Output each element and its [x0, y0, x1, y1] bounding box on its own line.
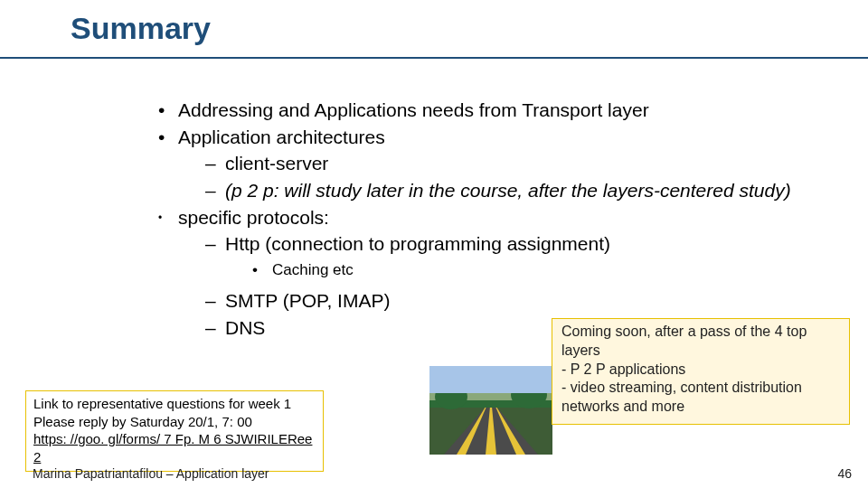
subsubbullet-caching: Caching etc [252, 260, 791, 281]
road-image [429, 366, 552, 455]
subbullet-http-label: Http (connection to programming assignme… [225, 233, 610, 254]
svg-rect-9 [429, 366, 552, 393]
note-left-link[interactable]: https: //goo. gl/forms/ 7 Fp. M 6 SJWIRI… [33, 430, 316, 465]
footer-author: Marina Papatriantafilou – Application la… [33, 466, 269, 481]
note-right-line3: - video streaming, content distribution … [561, 379, 840, 417]
page-number: 46 [837, 466, 852, 481]
note-coming-soon: Coming soon, after a pass of the 4 top l… [552, 318, 850, 425]
title-divider [0, 57, 868, 59]
bullet-architectures-label: Application architectures [178, 127, 385, 147]
note-left-line2: Please reply by Saturday 20/1, 7: 00 [33, 413, 316, 431]
subbullet-client-server: client-server [205, 151, 791, 176]
slide-title: Summary [71, 11, 211, 46]
subbullet-p2p: (p 2 p: will study later in the course, … [205, 178, 791, 203]
bullet-protocols-label: specific protocols: [178, 207, 329, 228]
note-questions-link: Link to representative questions for wee… [25, 390, 324, 472]
bullet-architectures: Application architectures client-server … [158, 125, 791, 203]
note-left-line1: Link to representative questions for wee… [33, 395, 316, 413]
note-right-line2: - P 2 P applications [561, 361, 840, 380]
bullet-addressing: Addressing and Applications needs from T… [158, 98, 791, 123]
content-area: Addressing and Applications needs from T… [158, 98, 791, 343]
note-right-line1: Coming soon, after a pass of the 4 top l… [561, 323, 840, 361]
subbullet-smtp: SMTP (POP, IMAP) [205, 288, 791, 314]
subbullet-http: Http (connection to programming assignme… [205, 231, 791, 281]
